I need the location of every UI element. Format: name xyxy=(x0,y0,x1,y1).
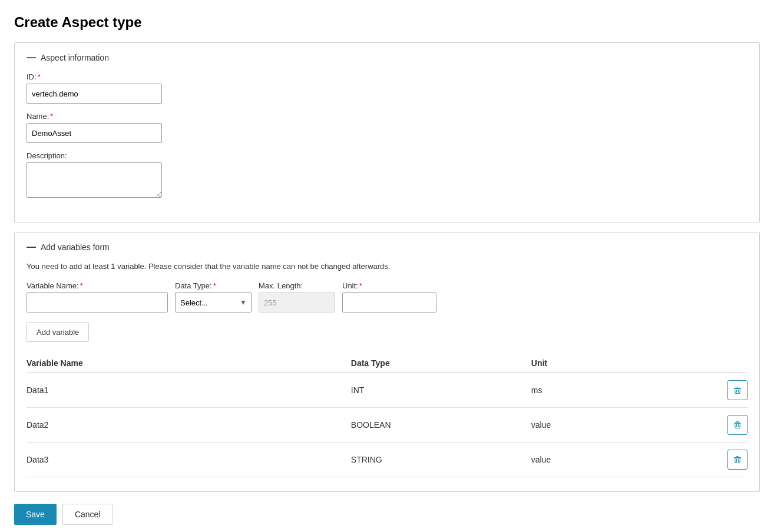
variable-name-field-label: Variable Name:* xyxy=(27,281,168,290)
id-label: ID:* xyxy=(27,72,747,81)
max-length-field-label: Max. Length: xyxy=(259,281,335,290)
data-type-wrapper: Select... INT BOOLEAN STRING DOUBLE FLOA… xyxy=(175,292,252,312)
row-data-type: STRING xyxy=(351,443,531,477)
description-input[interactable] xyxy=(27,162,162,198)
max-length-field-group: Max. Length: xyxy=(259,281,335,312)
variables-form-label: Add variables form xyxy=(41,242,110,252)
row-variable-name: Data3 xyxy=(27,443,351,477)
id-field-group: ID:* xyxy=(27,72,747,104)
save-button[interactable]: Save xyxy=(14,504,57,525)
unit-required: * xyxy=(359,281,362,290)
description-label: Description: xyxy=(27,151,747,160)
trash-icon xyxy=(733,420,742,430)
varname-required: * xyxy=(80,281,83,290)
footer-buttons: Save Cancel xyxy=(14,504,760,525)
variables-table: Variable Name Data Type Unit Data1 INT m… xyxy=(27,354,747,477)
trash-icon xyxy=(733,385,742,395)
table-header-row: Variable Name Data Type Unit xyxy=(27,354,747,373)
aspect-info-section: — Aspect information ID:* Name:* Descrip… xyxy=(14,42,760,222)
data-type-field-group: Data Type:* Select... INT BOOLEAN STRING… xyxy=(175,281,252,312)
col-header-variable-name: Variable Name xyxy=(27,354,351,373)
unit-input[interactable] xyxy=(342,292,436,312)
table-row: Data1 INT ms xyxy=(27,373,747,408)
id-input[interactable] xyxy=(27,84,162,104)
cancel-button[interactable]: Cancel xyxy=(62,504,113,525)
add-variables-section: — Add variables form You need to add at … xyxy=(14,232,760,492)
row-action xyxy=(676,443,747,477)
variables-table-body: Data1 INT ms Data2 BOOLEAN value xyxy=(27,373,747,477)
variables-form-header: — Add variables form xyxy=(27,242,747,252)
row-variable-name: Data1 xyxy=(27,373,351,408)
variable-name-input[interactable] xyxy=(27,292,168,312)
unit-field-label: Unit:* xyxy=(342,281,436,290)
row-action xyxy=(676,373,747,408)
row-unit: value xyxy=(531,443,676,477)
row-data-type: INT xyxy=(351,373,531,408)
svg-rect-9 xyxy=(736,456,739,457)
collapse-variables-icon[interactable]: — xyxy=(27,242,36,252)
variable-name-field-group: Variable Name:* xyxy=(27,281,168,312)
unit-field-group: Unit:* xyxy=(342,281,436,312)
name-label: Name:* xyxy=(27,112,747,121)
svg-rect-1 xyxy=(736,387,739,387)
delete-variable-button[interactable] xyxy=(727,415,747,435)
delete-variable-button[interactable] xyxy=(727,450,747,470)
name-input[interactable] xyxy=(27,123,162,143)
row-action xyxy=(676,408,747,443)
col-header-data-type: Data Type xyxy=(351,354,531,373)
add-variable-button[interactable]: Add variable xyxy=(27,322,89,342)
page-title: Create Aspect type xyxy=(14,14,760,31)
col-header-action xyxy=(676,354,747,373)
variables-table-head: Variable Name Data Type Unit xyxy=(27,354,747,373)
row-unit: ms xyxy=(531,373,676,408)
data-type-field-label: Data Type:* xyxy=(175,281,252,290)
aspect-info-header: — Aspect information xyxy=(27,52,747,63)
variables-form-row: Variable Name:* Data Type:* Select... IN… xyxy=(27,281,747,312)
col-header-unit: Unit xyxy=(531,354,676,373)
svg-rect-5 xyxy=(736,421,739,422)
variables-info-text: You need to add at least 1 variable. Ple… xyxy=(27,262,747,271)
name-field-group: Name:* xyxy=(27,112,747,143)
table-row: Data2 BOOLEAN value xyxy=(27,408,747,443)
delete-variable-button[interactable] xyxy=(727,380,747,400)
collapse-aspect-icon[interactable]: — xyxy=(27,52,36,63)
id-required-mark: * xyxy=(38,72,41,81)
row-data-type: BOOLEAN xyxy=(351,408,531,443)
aspect-info-label: Aspect information xyxy=(41,53,109,62)
description-field-group: Description: xyxy=(27,151,747,200)
trash-icon xyxy=(733,455,742,464)
row-variable-name: Data2 xyxy=(27,408,351,443)
data-type-select[interactable]: Select... INT BOOLEAN STRING DOUBLE FLOA… xyxy=(175,292,252,312)
max-length-input xyxy=(259,292,335,312)
table-row: Data3 STRING value xyxy=(27,443,747,477)
datatype-required: * xyxy=(213,281,216,290)
name-required-mark: * xyxy=(50,112,53,121)
row-unit: value xyxy=(531,408,676,443)
